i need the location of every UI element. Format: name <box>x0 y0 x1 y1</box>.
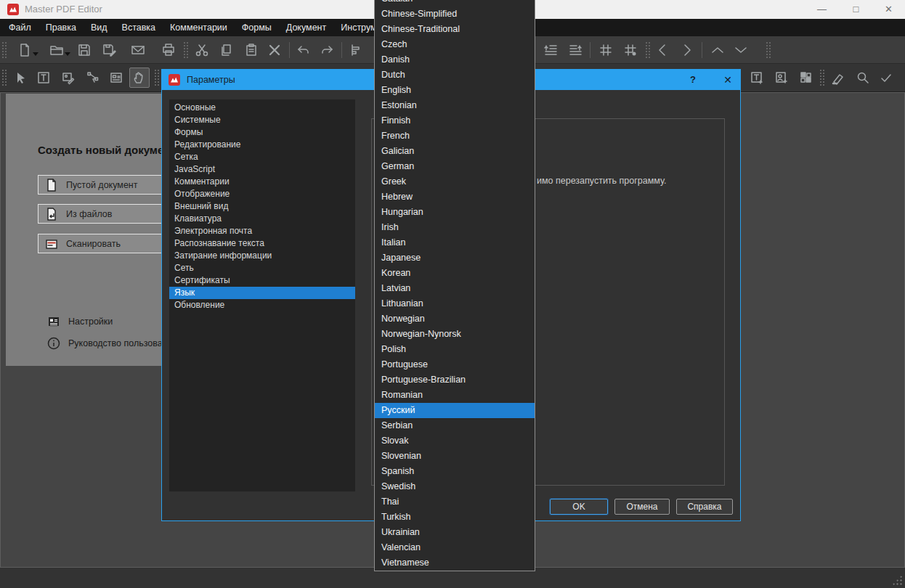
show-grid-button[interactable] <box>596 40 616 60</box>
language-option[interactable]: Русский <box>375 403 535 418</box>
language-option[interactable]: Vietnamese <box>375 555 535 571</box>
category-item[interactable]: Клавиатура <box>169 213 355 225</box>
redo-button[interactable] <box>317 40 337 60</box>
paste-button[interactable] <box>241 40 261 60</box>
language-option[interactable]: Valencian <box>375 540 535 555</box>
undo-button[interactable] <box>293 40 314 60</box>
language-option[interactable]: Finnish <box>375 113 535 128</box>
maximize-button[interactable]: □ <box>840 0 872 19</box>
ok-button[interactable]: OK <box>550 499 608 515</box>
menu-item[interactable]: Вид <box>84 19 115 36</box>
toolbar-grip[interactable] <box>766 41 771 59</box>
language-option[interactable]: Slovak <box>375 433 535 449</box>
select-tool-button[interactable] <box>10 68 31 88</box>
language-option[interactable]: Chinese-Traditional <box>375 22 535 37</box>
category-item[interactable]: Сетка <box>169 151 355 163</box>
language-option[interactable]: Danish <box>375 52 535 68</box>
language-option[interactable]: Dutch <box>375 68 535 83</box>
language-option[interactable]: English <box>375 83 535 98</box>
snap-to-grid-button[interactable] <box>620 40 641 60</box>
menu-item[interactable]: Документ <box>279 19 333 36</box>
language-option[interactable]: Romanian <box>375 388 535 403</box>
previous-page-button[interactable] <box>652 40 673 60</box>
language-option[interactable]: Ukrainian <box>375 525 535 540</box>
email-button[interactable] <box>128 40 148 60</box>
language-option[interactable]: Polish <box>375 342 535 357</box>
language-option[interactable]: Hebrew <box>375 189 535 205</box>
new-document-button[interactable] <box>10 40 39 60</box>
menu-item[interactable]: Правка <box>38 19 84 36</box>
language-option[interactable]: Portuguese <box>375 357 535 372</box>
delete-button[interactable] <box>264 40 285 60</box>
language-option[interactable]: French <box>375 128 535 144</box>
next-page-button[interactable] <box>677 40 697 60</box>
save-as-button[interactable] <box>99 40 119 60</box>
category-item[interactable]: Основные <box>169 102 355 114</box>
edit-text-tool-button[interactable] <box>33 68 54 88</box>
language-option[interactable]: Catalan <box>375 0 535 7</box>
category-item[interactable]: Обновление <box>169 299 355 311</box>
toolbar-grip[interactable] <box>183 41 188 59</box>
menu-item[interactable]: Комментарии <box>163 19 235 36</box>
toolbar-grip[interactable] <box>1 69 7 86</box>
language-option[interactable]: Norwegian-Nynorsk <box>375 327 535 342</box>
language-option[interactable]: Turkish <box>375 510 535 525</box>
edit-object-tool-button[interactable] <box>83 68 103 88</box>
copy-button[interactable] <box>216 40 237 60</box>
category-item[interactable]: Формы <box>169 126 355 139</box>
category-item[interactable]: Распознавание текста <box>169 237 355 250</box>
open-button[interactable] <box>42 40 71 60</box>
category-item[interactable]: Затирание информации <box>169 250 355 262</box>
dialog-close-button[interactable]: ✕ <box>715 70 740 90</box>
indent-right-button[interactable] <box>565 40 585 60</box>
language-option[interactable]: Portuguese-Brazilian <box>375 372 535 388</box>
language-option[interactable]: Estonian <box>375 98 535 113</box>
category-item[interactable]: Сертификаты <box>169 274 355 287</box>
cancel-button[interactable]: Отмена <box>614 499 670 515</box>
scroll-down-button[interactable] <box>731 40 751 60</box>
language-option[interactable]: Galician <box>375 144 535 159</box>
help-button[interactable]: Справка <box>676 499 733 515</box>
category-item[interactable]: Внешний вид <box>169 200 355 213</box>
toolbar-grip[interactable] <box>819 69 824 86</box>
category-item[interactable]: Системные <box>169 114 355 126</box>
settings-link[interactable]: Настройки <box>46 314 113 329</box>
resize-grip[interactable] <box>892 575 902 585</box>
language-option[interactable]: Greek <box>375 174 535 189</box>
align-button[interactable] <box>346 40 366 60</box>
category-item[interactable]: Редактирование <box>169 139 355 151</box>
toolbar-grip[interactable] <box>1 41 7 59</box>
category-item[interactable]: JavaScript <box>169 163 355 176</box>
edit-image-tool-button[interactable] <box>58 68 78 88</box>
language-option[interactable]: Hungarian <box>375 205 535 220</box>
validate-button[interactable] <box>876 68 896 88</box>
category-item[interactable]: Комментарии <box>169 176 355 188</box>
category-item[interactable]: Язык <box>169 287 355 299</box>
minimize-button[interactable]: — <box>805 0 838 19</box>
toolbar-grip[interactable] <box>154 69 159 86</box>
language-option[interactable]: Serbian <box>375 418 535 433</box>
toolbar-grip[interactable] <box>645 41 650 59</box>
menu-item[interactable]: Формы <box>235 19 279 36</box>
add-shapes-button[interactable] <box>796 68 816 88</box>
dialog-help-button[interactable]: ? <box>682 70 704 90</box>
print-button[interactable] <box>158 40 179 60</box>
language-option[interactable]: German <box>375 159 535 174</box>
save-button[interactable] <box>74 40 94 60</box>
language-option[interactable]: Spanish <box>375 464 535 479</box>
language-option[interactable]: Italian <box>375 235 535 250</box>
language-option[interactable]: Slovenian <box>375 449 535 464</box>
language-option[interactable]: Czech <box>375 37 535 52</box>
menu-item[interactable]: Вставка <box>115 19 163 36</box>
zoom-tool-button[interactable] <box>853 68 873 88</box>
language-option[interactable]: Lithuanian <box>375 296 535 311</box>
language-option[interactable]: Irish <box>375 220 535 235</box>
category-item[interactable]: Электронная почта <box>169 225 355 237</box>
category-item[interactable]: Отображение <box>169 188 355 200</box>
add-image-button[interactable] <box>771 68 792 88</box>
form-designer-button[interactable] <box>106 68 126 88</box>
language-option[interactable]: Swedish <box>375 479 535 494</box>
language-option[interactable]: Japanese <box>375 250 535 266</box>
add-text-button[interactable] <box>747 68 767 88</box>
language-option[interactable]: Latvian <box>375 281 535 296</box>
